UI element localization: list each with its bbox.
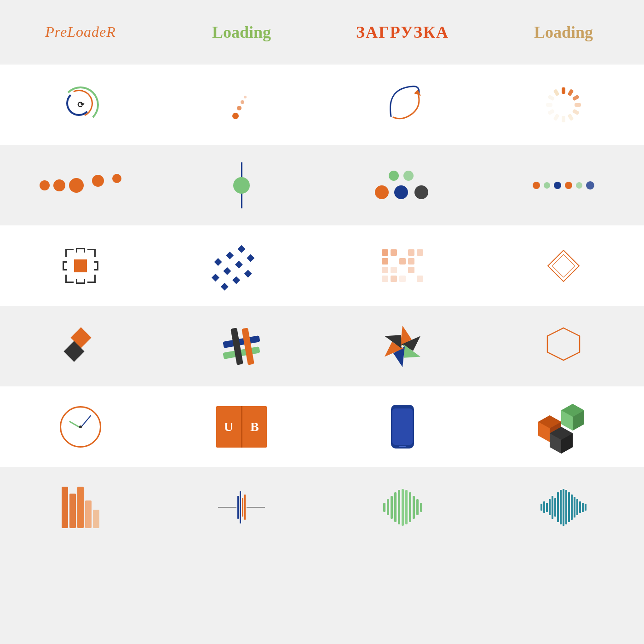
header-cell-1: PreLoadeR	[0, 23, 161, 40]
svg-rect-1	[568, 89, 574, 96]
cell-3-4	[483, 225, 644, 306]
cell-3-3	[322, 225, 483, 306]
cell-3-1	[0, 225, 161, 306]
hashtag-icon	[221, 326, 262, 367]
svg-rect-16	[244, 270, 252, 277]
svg-rect-15	[235, 260, 243, 268]
cell-2-3	[322, 145, 483, 225]
row-2	[0, 145, 644, 225]
diagonal-dots-icon	[223, 86, 260, 123]
diamond-grid-icon	[223, 247, 260, 284]
pixel-grid-icon	[382, 249, 423, 282]
svg-rect-5	[568, 113, 574, 121]
hexagon-outline-icon	[545, 326, 582, 367]
header-cell-4: Loading	[483, 23, 644, 42]
loading-title-1: Loading	[212, 23, 271, 42]
row-4	[0, 306, 644, 386]
loading-title-ru: ЗАГРУЗКА	[356, 23, 449, 42]
svg-rect-0	[562, 87, 565, 94]
svg-rect-11	[553, 89, 560, 96]
cell-2-1	[0, 145, 161, 225]
cell-2-4	[483, 145, 644, 225]
svg-rect-13	[247, 254, 254, 262]
cell-3-2	[161, 225, 322, 306]
cell-6-4	[483, 467, 644, 547]
header-row: PreLoadeR Loading ЗАГРУЗКА Loading	[0, 0, 644, 64]
spin-diamond-icon	[64, 330, 97, 362]
equalizer-icon	[218, 491, 265, 523]
svg-rect-12	[238, 245, 246, 253]
green-wave-icon	[383, 489, 422, 526]
svg-rect-4	[572, 109, 580, 115]
diamond-outline-icon	[550, 252, 577, 280]
svg-rect-10	[547, 94, 555, 101]
spinner-ticks-icon	[543, 84, 584, 126]
cell-1-2	[161, 64, 322, 145]
svg-rect-8	[547, 109, 555, 115]
small-colored-dots-icon	[533, 181, 594, 190]
row-1: ⟳	[0, 64, 644, 145]
row-6	[0, 467, 644, 547]
svg-rect-3	[575, 103, 581, 107]
svg-rect-20	[212, 273, 219, 281]
b-half: B	[242, 406, 267, 448]
svg-rect-2	[572, 94, 580, 101]
aperture-icon	[375, 319, 430, 374]
bounce-dots-icon	[40, 178, 121, 193]
svg-rect-17	[214, 258, 222, 266]
teal-wave-icon	[540, 489, 586, 526]
cell-6-3	[322, 467, 483, 547]
row-5: U B	[0, 386, 644, 467]
cell-5-1	[0, 386, 161, 467]
svg-rect-14	[226, 251, 234, 259]
cell-2-2	[161, 145, 322, 225]
ub-loader-icon: U B	[216, 406, 267, 448]
preloader-title: PreLoadeR	[45, 23, 116, 40]
loading-title-2: Loading	[534, 23, 593, 42]
cell-5-4	[483, 386, 644, 467]
cell-5-3	[322, 386, 483, 467]
cell-6-2	[161, 467, 322, 547]
header-cell-2: Loading	[161, 23, 322, 42]
cell-5-2: U B	[161, 386, 322, 467]
header-cell-3: ЗАГРУЗКА	[322, 23, 483, 42]
clock-icon	[60, 406, 101, 448]
phone-icon	[391, 405, 414, 448]
cell-1-3	[322, 64, 483, 145]
cell-4-4	[483, 306, 644, 386]
svg-rect-19	[232, 276, 240, 284]
cubes-icon	[536, 402, 591, 452]
svg-rect-6	[562, 116, 565, 122]
svg-rect-7	[553, 113, 560, 121]
u-half: U	[216, 406, 241, 448]
cell-4-2	[161, 306, 322, 386]
cell-4-1	[0, 306, 161, 386]
circular-loader-icon: ⟳	[62, 86, 99, 123]
bracket-square-icon	[60, 245, 101, 287]
cell-1-1: ⟳	[0, 64, 161, 145]
cell-1-4	[483, 64, 644, 145]
swoosh-arc-icon	[377, 80, 428, 130]
svg-rect-9	[546, 103, 552, 107]
orange-wave-icon	[62, 487, 99, 528]
row-3	[0, 225, 644, 306]
line-circle-icon	[228, 162, 255, 208]
cell-6-1	[0, 467, 161, 547]
svg-rect-18	[223, 267, 231, 275]
cell-4-3	[322, 306, 483, 386]
multi-color-dots-icon	[366, 167, 439, 204]
svg-rect-21	[221, 282, 229, 290]
svg-marker-22	[547, 328, 580, 360]
